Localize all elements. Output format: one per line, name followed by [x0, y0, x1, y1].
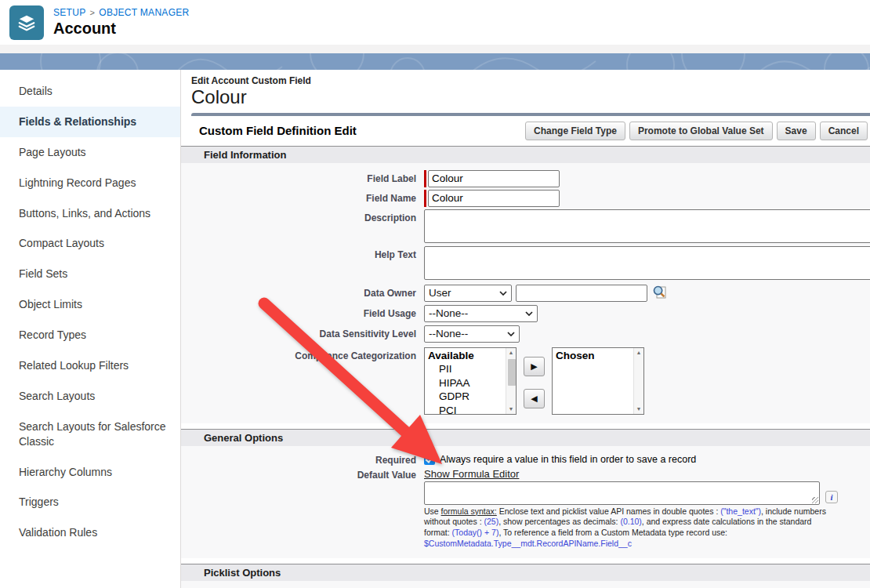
available-header: Available [428, 349, 506, 363]
main-content: Edit Account Custom Field Colour Custom … [181, 70, 870, 588]
description-label: Description [181, 209, 424, 223]
sidebar-item-record-types[interactable]: Record Types [0, 320, 180, 350]
show-formula-editor-link[interactable]: Show Formula Editor [424, 468, 838, 480]
breadcrumb-setup-link[interactable]: SETUP [53, 7, 86, 18]
header-divider-strip [0, 45, 870, 53]
sidebar-item-page-layouts[interactable]: Page Layouts [0, 137, 180, 168]
data-owner-lookup-input[interactable] [516, 285, 647, 302]
sidebar-item-search-layouts-classic[interactable]: Search Layouts for Salesforce Classic [0, 412, 180, 457]
sidebar-item-hierarchy-columns[interactable]: Hierarchy Columns [0, 457, 180, 488]
promote-global-value-set-button[interactable]: Promote to Global Value Set [629, 122, 773, 140]
required-checkbox-label: Always require a value in this field in … [440, 453, 696, 465]
data-sensitivity-level-label: Data Sensitivity Level [181, 325, 424, 339]
field-name-label: Field Name [181, 190, 424, 204]
field-label-label: Field Label [181, 170, 424, 184]
sidebar-item-search-layouts[interactable]: Search Layouts [0, 381, 180, 412]
sidebar-item-buttons-links-actions[interactable]: Buttons, Links, and Actions [0, 198, 180, 229]
compliance-categorization-label: Compliance Categorization [181, 347, 424, 361]
scroll-up-icon[interactable]: ▲ [509, 348, 514, 358]
help-text-textarea[interactable] [424, 246, 870, 280]
chosen-header: Chosen [556, 349, 633, 363]
salesforce-setup-app: SETUP > OBJECT MANAGER Account Details F… [0, 0, 870, 588]
field-name-title: Colour [191, 86, 870, 108]
data-owner-select[interactable]: User [424, 285, 512, 302]
section-gap [181, 423, 870, 429]
available-option-hipaa[interactable]: HIPAA [428, 376, 506, 390]
scroll-up-icon[interactable]: ▲ [636, 348, 642, 358]
breadcrumb: SETUP > OBJECT MANAGER [53, 7, 190, 18]
change-field-type-button[interactable]: Change Field Type [525, 122, 625, 140]
save-button[interactable]: Save [777, 122, 816, 140]
section-field-information: Field Information [181, 146, 870, 163]
field-label-input[interactable] [428, 170, 560, 187]
field-usage-select[interactable]: --None-- [424, 305, 538, 322]
edit-field-eyebrow: Edit Account Custom Field [191, 75, 870, 86]
sidebar-item-field-sets[interactable]: Field Sets [0, 259, 180, 289]
panel-header: Custom Field Definition Edit Change Fiel… [181, 116, 870, 146]
data-sensitivity-level-select[interactable]: --None-- [424, 325, 520, 343]
general-options-body: Required Always require a value in this … [181, 446, 870, 558]
scroll-down-icon[interactable]: ▼ [636, 405, 642, 414]
available-option-pci[interactable]: PCI [428, 404, 506, 415]
required-marker [424, 190, 426, 207]
panel-button-group: Change Field Type Promote to Global Valu… [525, 122, 868, 140]
lookup-icon[interactable] [651, 285, 667, 300]
scroll-down-icon[interactable]: ▼ [509, 405, 514, 414]
field-usage-label: Field Usage [181, 305, 424, 319]
global-header: SETUP > OBJECT MANAGER Account [0, 0, 870, 45]
move-left-button[interactable]: ◀ [524, 389, 545, 408]
compliance-available-listbox[interactable]: Available PII HIPAA GDPR PCI ▲ ▼ [424, 347, 517, 415]
sidebar-item-triggers[interactable]: Triggers [0, 487, 180, 517]
decorative-banner [0, 53, 870, 70]
formula-syntax-hint: Use formula syntax: Enclose text and pic… [424, 506, 833, 550]
panel-title: Custom Field Definition Edit [199, 124, 357, 137]
available-option-pii[interactable]: PII [428, 362, 506, 376]
compliance-chosen-listbox[interactable]: Chosen ▲ ▼ [552, 347, 644, 415]
object-manager-icon [9, 5, 44, 40]
breadcrumb-separator: > [90, 8, 96, 17]
sidebar-item-compact-layouts[interactable]: Compact Layouts [0, 228, 180, 259]
formula-syntax-link[interactable]: formula syntax: [441, 506, 497, 516]
chevron-down-icon [499, 291, 507, 296]
banner-pattern [0, 53, 870, 70]
cancel-button[interactable]: Cancel [820, 122, 868, 140]
sidebar-item-validation-rules[interactable]: Validation Rules [0, 517, 180, 548]
scrollbar[interactable]: ▲ ▼ [506, 348, 516, 414]
field-name-input[interactable] [428, 190, 560, 207]
sidebar-item-details[interactable]: Details [0, 76, 180, 107]
default-value-label: Default Value [181, 468, 424, 481]
required-checkbox[interactable] [424, 454, 435, 465]
default-value-formula-textarea[interactable] [424, 481, 820, 505]
breadcrumb-object-manager-link[interactable]: OBJECT MANAGER [99, 7, 189, 18]
section-picklist-options: Picklist Options [181, 564, 870, 581]
scrollbar[interactable]: ▲ ▼ [633, 348, 643, 414]
sidebar-item-fields-relationships[interactable]: Fields & Relationships [0, 107, 180, 137]
object-manager-sidebar: Details Fields & Relationships Page Layo… [0, 70, 181, 588]
sidebar-item-object-limits[interactable]: Object Limits [0, 289, 180, 320]
field-information-body: Field Label Field Name Description [181, 163, 870, 423]
move-right-button[interactable]: ▶ [524, 357, 545, 376]
sidebar-item-lightning-record-pages[interactable]: Lightning Record Pages [0, 168, 180, 198]
info-icon[interactable]: i [825, 491, 838, 503]
description-textarea[interactable] [424, 209, 870, 243]
chevron-down-icon [525, 311, 533, 316]
available-option-gdpr[interactable]: GDPR [428, 390, 506, 404]
section-gap [181, 558, 870, 564]
section-general-options: General Options [181, 429, 870, 446]
picklist-options-body: Restrict picklist to the values defined … [181, 581, 870, 588]
sidebar-item-related-lookup-filters[interactable]: Related Lookup Filters [0, 350, 180, 381]
required-label: Required [181, 453, 424, 466]
data-owner-label: Data Owner [181, 285, 424, 299]
help-text-label: Help Text [181, 246, 424, 260]
layers-icon [16, 13, 37, 33]
page-object-title: Account [53, 20, 190, 38]
scroll-thumb[interactable] [508, 359, 516, 386]
required-marker [424, 170, 426, 187]
chevron-down-icon [507, 332, 515, 336]
